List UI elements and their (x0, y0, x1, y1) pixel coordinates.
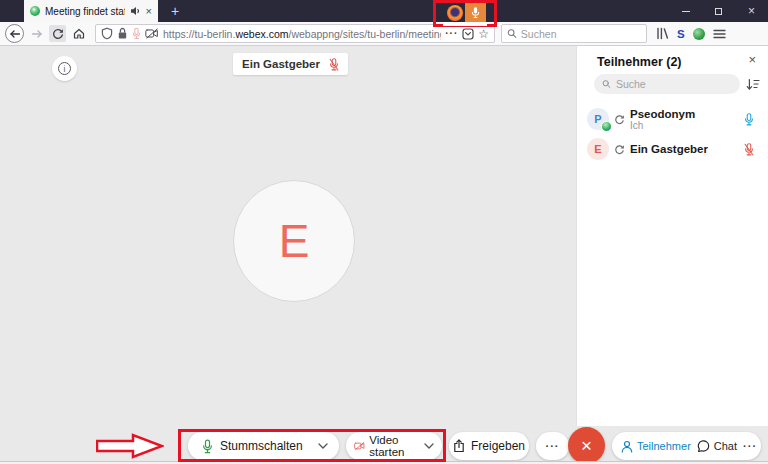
extension-s-icon[interactable]: S (677, 28, 685, 40)
audio-connection-icon (614, 114, 625, 125)
share-button[interactable]: Freigeben (449, 432, 529, 460)
url-scheme: https://tu-berlin. (163, 28, 235, 40)
new-tab-button[interactable]: + (165, 0, 185, 22)
participants-panel: Teilnehmer (2) × P (576, 46, 768, 426)
panel-toggle-group: Teilnehmer Chat ··· (612, 432, 761, 460)
url-path: /webappng/sites/tu-berlin/meeting/downlo… (288, 28, 441, 40)
bookmark-star-icon[interactable]: ☆ (478, 28, 489, 40)
more-options-button[interactable]: ··· (536, 432, 569, 460)
share-icon (453, 439, 465, 453)
mute-button[interactable]: Stummschalten (188, 432, 339, 460)
window-controls: × (669, 0, 768, 22)
mute-button-label: Stummschalten (220, 439, 303, 453)
extension-icon[interactable] (693, 28, 705, 40)
mic-unmuted-icon[interactable] (744, 113, 754, 126)
chat-bubble-icon (697, 440, 710, 453)
mic-muted-icon[interactable] (744, 143, 754, 156)
maximize-button[interactable] (702, 0, 735, 22)
more-panels-icon[interactable]: ··· (743, 440, 757, 452)
active-speaker-name: Ein Gastgeber (242, 58, 320, 70)
participant-names: Pseodonym Ich (630, 108, 744, 131)
tab-close-icon[interactable]: × (146, 6, 152, 17)
browser-window: Meeting findet statt ... × + × (0, 0, 768, 464)
meeting-stage: i Ein Gastgeber E Teilnehmer (2) × (0, 46, 768, 464)
minimize-button[interactable] (669, 0, 702, 22)
info-icon: i (58, 62, 71, 75)
participant-avatar: E (587, 138, 609, 160)
participant-name: Ein Gastgeber (630, 143, 744, 155)
maximize-icon (715, 8, 722, 15)
webex-badge-icon (601, 121, 612, 132)
page-actions-icon[interactable]: ··· (445, 28, 458, 39)
tab-audio-icon[interactable] (130, 6, 141, 16)
pocket-icon[interactable] (462, 28, 474, 40)
library-icon[interactable] (655, 27, 669, 40)
mic-in-use-icon (465, 3, 486, 22)
start-video-button[interactable]: Video starten (346, 432, 442, 460)
sort-participants-icon[interactable] (746, 77, 760, 95)
camera-off-icon (354, 440, 365, 452)
search-input[interactable] (521, 28, 641, 40)
close-icon: × (581, 436, 592, 455)
person-icon (621, 440, 633, 453)
search-icon (602, 79, 611, 89)
indicator-strip (443, 22, 487, 26)
meeting-info-button[interactable]: i (52, 56, 77, 81)
webex-favicon-icon (30, 6, 40, 16)
mic-permission-icon[interactable] (132, 27, 141, 40)
home-button[interactable] (70, 25, 87, 42)
reload-button[interactable] (49, 25, 66, 42)
participant-names: Ein Gastgeber (630, 143, 744, 155)
mic-icon (202, 439, 213, 454)
url-domain: webex.com (235, 28, 288, 40)
chevron-down-icon[interactable] (318, 443, 328, 449)
participants-toggle-label: Teilnehmer (637, 440, 691, 452)
browser-tab[interactable]: Meeting findet statt ... × (24, 0, 158, 22)
participant-subtitle: Ich (630, 120, 744, 131)
ellipsis-icon: ··· (546, 440, 560, 452)
chat-toggle-button[interactable]: Chat (697, 440, 737, 453)
url-text[interactable]: https://tu-berlin.webex.com/webappng/sit… (163, 28, 441, 40)
firefox-sharing-indicator[interactable] (436, 3, 494, 22)
panel-title: Teilnehmer (2) (597, 55, 682, 69)
leave-meeting-button[interactable]: × (568, 427, 605, 464)
minimize-icon (682, 11, 690, 12)
participant-row[interactable]: P Pseodonym Ich (587, 104, 760, 134)
search-bar[interactable] (501, 24, 647, 43)
chat-toggle-label: Chat (714, 440, 737, 452)
window-close-button[interactable]: × (735, 0, 768, 22)
audio-connection-icon (614, 144, 625, 155)
menu-icon[interactable] (713, 29, 726, 39)
annotation-box-sharing-indicator (433, 0, 497, 27)
avatar-initial: E (594, 143, 601, 155)
participant-search-input[interactable] (616, 78, 732, 90)
participants-toggle-button[interactable]: Teilnehmer (621, 440, 691, 453)
lock-icon[interactable] (117, 27, 128, 40)
browser-toolbar: https://tu-berlin.webex.com/webappng/sit… (0, 22, 768, 46)
tracking-shield-icon[interactable] (101, 27, 113, 40)
participant-avatar: P (587, 108, 609, 130)
mic-muted-icon (329, 58, 339, 71)
firefox-logo-icon (444, 3, 465, 22)
annotation-arrow (96, 433, 164, 459)
avatar: E (233, 180, 355, 302)
participant-row[interactable]: E Ein Gastgeber (587, 136, 760, 162)
participant-search[interactable] (594, 74, 740, 94)
tab-title: Meeting findet statt ... (45, 6, 125, 17)
panel-close-icon[interactable]: × (748, 52, 756, 67)
back-button[interactable] (5, 24, 24, 43)
chevron-down-icon[interactable] (424, 443, 434, 449)
search-icon (507, 28, 517, 39)
forward-button[interactable] (28, 25, 45, 42)
avatar-letter: E (279, 214, 310, 268)
tab-bar: Meeting findet statt ... × + × (0, 0, 768, 22)
participant-name: Pseodonym (630, 108, 744, 120)
share-button-label: Freigeben (471, 439, 525, 453)
start-video-label: Video starten (369, 434, 420, 458)
camera-blocked-icon[interactable] (145, 28, 159, 39)
active-speaker-pill: Ein Gastgeber (233, 53, 348, 75)
